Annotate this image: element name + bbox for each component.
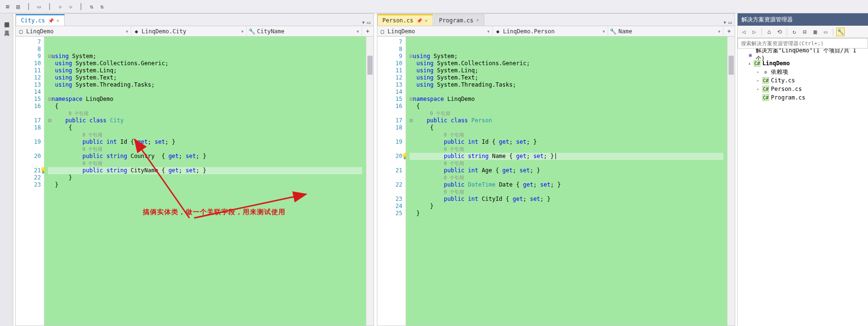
wrench-icon[interactable]: 🔧 [836,28,845,36]
code-line[interactable]: public DateTime Date { get; set; } [410,181,724,188]
toolbar-icon[interactable]: │ [77,3,85,10]
code-line[interactable] [410,89,724,96]
code-line[interactable]: 0 个引用 [410,188,724,196]
file-tab[interactable]: Person.cs📌× [377,14,433,26]
split-icon[interactable]: ▾ [723,19,727,26]
code-line[interactable]: } [48,181,362,188]
split-icon[interactable]: ▾ [362,19,365,26]
code-line[interactable]: { [410,124,724,131]
expand-icon[interactable]: ▴ [747,61,752,66]
code-line[interactable]: ⊟using System; [48,53,362,60]
expand-icon[interactable]: ▹ [756,69,760,74]
collapse-icon[interactable]: ⊟ [800,28,809,36]
lightbulb-icon[interactable]: 💡 [39,167,46,174]
toolbar-icon[interactable]: ▭ [35,3,43,10]
nav-segment[interactable]: 🔧Name▾ [608,26,724,36]
forward-icon[interactable]: ▷ [750,28,759,36]
code-line[interactable]: using System.Text; [48,74,362,81]
close-icon[interactable]: × [57,18,59,23]
toolbar-icon[interactable]: ⇅ [88,3,95,10]
scrollbar[interactable] [366,37,374,326]
code-line[interactable]: 0 个引用 [410,131,724,138]
code-line[interactable]: using System.Collections.Generic; [48,60,362,67]
code-line[interactable]: ⊟namespace LinqDemo [48,96,362,103]
code-line[interactable] [410,46,724,53]
home-icon[interactable]: ⌂ [765,28,773,36]
code-line[interactable]: 0 个引用 [410,174,724,181]
code-line[interactable]: 0 个引用 [48,160,362,167]
code-content[interactable]: ⊟using System; using System.Collections.… [44,37,366,326]
code-line[interactable]: using System.Linq; [48,67,362,74]
code-line[interactable]: ⊟using System; [410,53,724,60]
code-line[interactable]: ⊟ public class City [48,117,362,124]
code-line[interactable]: 0 个引用 [410,110,724,117]
tree-item[interactable]: C#Program.cs [739,93,867,102]
nav-segment[interactable]: ▢LinqDemo▾ [377,26,493,36]
code-line[interactable]: ⊟namespace LinqDemo [410,96,724,103]
code-line[interactable]: using System.Collections.Generic; [410,60,724,67]
toolbar-icon[interactable]: │ [25,3,32,10]
code-content[interactable]: ⊟using System; using System.Collections.… [406,37,728,326]
pin-icon[interactable]: 📌 [48,18,54,23]
code-line[interactable]: public int Id { get; set; } [48,138,362,146]
close-icon[interactable]: × [476,18,479,23]
code-line[interactable]: } [48,174,362,181]
nav-add[interactable]: + [362,26,374,36]
code-line[interactable]: using System.Text; [410,74,724,81]
code-line[interactable]: public int Age { get; set; } [410,167,724,174]
code-line[interactable]: using System.Linq; [410,67,724,74]
solution-search[interactable] [738,38,868,49]
code-line[interactable]: public int CityId { get; set; } [410,196,724,203]
file-tab[interactable]: Program.cs× [434,14,484,26]
code-line[interactable]: ⊟ public class Person [410,117,724,124]
code-line[interactable] [48,39,362,46]
code-line[interactable] [410,39,724,46]
code-line[interactable]: { [48,124,362,131]
nav-segment[interactable]: ▢LinqDemo▾ [16,26,131,36]
toolbar-icon[interactable]: ⇅ [98,3,106,10]
scrollbar[interactable] [727,37,735,326]
toolbar-icon[interactable]: │ [46,3,53,10]
lightbulb-icon[interactable]: 💡 [401,153,408,159]
code-line[interactable]: public int Id { get; set; } [410,138,724,146]
nav-segment[interactable]: ◆LinqDemo.City▾ [131,26,247,36]
code-line[interactable]: } [410,210,724,217]
code-line[interactable]: } [410,203,724,210]
code-line[interactable]: 💡 public string Name { get; set; }| [410,153,724,160]
back-icon[interactable]: ◁ [740,28,748,36]
sync-icon[interactable]: ⟲ [775,28,784,36]
code-line[interactable]: using System.Threading.Tasks; [410,81,724,89]
code-line[interactable]: using System.Threading.Tasks; [48,81,362,89]
code-line[interactable]: 0 个引用 [48,131,362,138]
nav-add[interactable]: + [723,26,735,36]
nav-segment[interactable]: 🔧CityName▾ [247,26,362,36]
toolbar-icon[interactable]: ⟐ [56,3,64,10]
solution-search-input[interactable] [738,38,868,49]
tree-item[interactable]: ▹⊕依赖项 [739,68,867,76]
code-editor[interactable]: 7891011121314151617181920212223 ⊟using S… [16,37,374,326]
code-line[interactable] [48,46,362,53]
tree-item[interactable]: ▣解决方案"LinqDemo"(1 个项目/共 1 个) [739,50,867,59]
code-line[interactable]: { [48,103,362,110]
pin-icon[interactable]: 📌 [416,18,422,23]
code-line[interactable]: 0 个引用 [48,146,362,153]
properties-icon[interactable]: ▭ [821,28,830,36]
solution-tree[interactable]: ▣解决方案"LinqDemo"(1 个项目/共 1 个)▴C#LinqDemo▹… [738,49,868,326]
close-icon[interactable]: × [425,18,428,23]
toolbar-icon[interactable]: ⊞ [4,3,11,10]
code-line[interactable]: 0 个引用 [410,146,724,153]
tree-item[interactable]: ▹C#City.cs [739,76,867,85]
code-line[interactable]: 0 个引用 [410,160,724,167]
code-line[interactable]: { [410,103,724,110]
refresh-icon[interactable]: ↻ [790,28,799,36]
window-icon[interactable]: ▭ [729,19,732,26]
showall-icon[interactable]: ▦ [811,28,819,36]
toolbar-icon[interactable]: ⟐ [67,3,74,10]
code-editor[interactable]: 78910111213141516171819202122232425 ⊟usi… [377,37,735,326]
code-line[interactable]: 💡 public string CityName { get; set; } [48,167,362,174]
tree-item[interactable]: ▹C#Person.cs [739,85,867,93]
window-icon[interactable]: ▭ [367,19,370,26]
code-line[interactable] [48,89,362,96]
file-tab[interactable]: City.cs📌× [16,14,65,26]
code-line[interactable]: public string Country { get; set; } [48,153,362,160]
